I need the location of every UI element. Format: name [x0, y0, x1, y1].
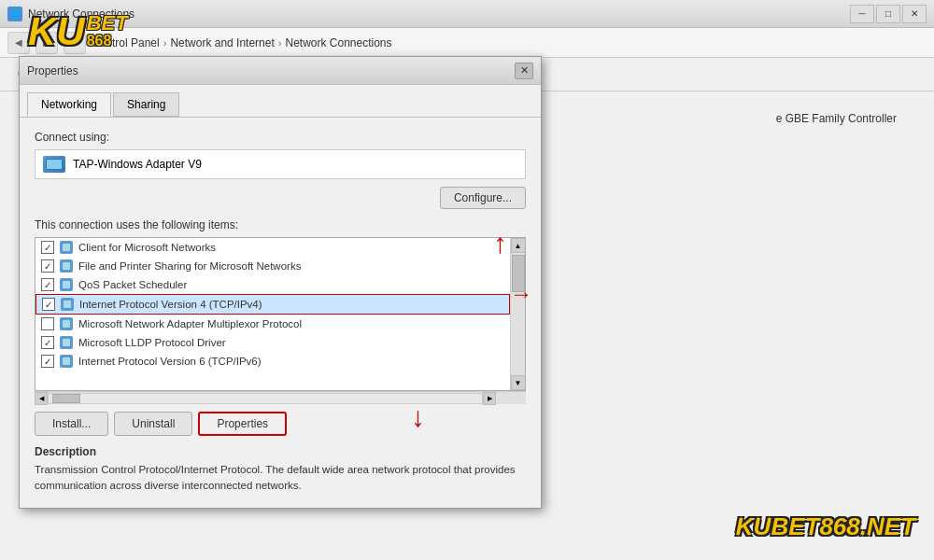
- properties-dialog: Properties ✕ Networking Sharing Connect …: [19, 56, 542, 509]
- checkbox-6[interactable]: [41, 336, 54, 349]
- adapter-name: TAP-Windows Adapter V9: [73, 158, 202, 171]
- bg-window-title: Network Connections: [28, 7, 850, 21]
- bg-adapter-text: e GBE Family Controller: [776, 112, 897, 125]
- checkbox-3[interactable]: [41, 278, 54, 291]
- connect-using-label: Connect using:: [35, 131, 526, 144]
- configure-button[interactable]: Configure...: [440, 187, 526, 209]
- list-item[interactable]: Client for Microsoft Networks: [35, 238, 510, 257]
- bg-titlebar: 🌐 Network Connections ─ □ ✕: [0, 0, 934, 28]
- logo-ku: KU: [28, 9, 85, 54]
- path-part-3[interactable]: Network Connections: [285, 36, 391, 49]
- checkbox-4[interactable]: [42, 298, 55, 311]
- adapter-box: TAP-Windows Adapter V9: [35, 149, 526, 179]
- list-item[interactable]: File and Printer Sharing for Microsoft N…: [35, 257, 510, 275]
- scroll-thumb[interactable]: [512, 255, 525, 292]
- logo-bet: BET: [87, 13, 128, 34]
- address-path: Control Panel › Network and Internet › N…: [92, 36, 927, 49]
- network-icon-1: [60, 241, 73, 254]
- scroll-down-button[interactable]: ▼: [511, 375, 526, 390]
- list-item[interactable]: QoS Packet Scheduler: [35, 275, 510, 294]
- scroll-right-button[interactable]: ▶: [483, 392, 496, 405]
- dialog-tabs: Networking Sharing: [20, 85, 541, 118]
- path-sep-2: ›: [278, 37, 282, 49]
- logo-bottom: KUBET868.NET: [736, 512, 915, 540]
- window-icon: 🌐: [7, 7, 22, 21]
- tab-sharing[interactable]: Sharing: [113, 92, 179, 117]
- watermark-top: KU BET 868: [28, 9, 128, 54]
- minimize-button[interactable]: ─: [850, 5, 874, 23]
- network-icon-3: [60, 278, 73, 291]
- checkbox-1[interactable]: [41, 241, 54, 254]
- uninstall-button[interactable]: Uninstall: [114, 412, 192, 436]
- adapter-icon: [43, 156, 65, 173]
- network-icon-2: [60, 259, 73, 273]
- network-icon-6: [60, 336, 73, 349]
- description-label: Description: [35, 445, 526, 458]
- scroll-up-button[interactable]: ▲: [511, 238, 526, 253]
- items-label: This connection uses the following items…: [35, 218, 526, 231]
- protocol-list-container: Client for Microsoft Networks File and P…: [35, 237, 526, 391]
- network-icon-7: [60, 355, 73, 368]
- list-item-selected[interactable]: Internet Protocol Version 4 (TCP/IPv4): [35, 294, 510, 315]
- network-icon-5: [60, 317, 73, 330]
- horizontal-scrollbar: ◀ ▶: [35, 391, 526, 404]
- dialog-close-button[interactable]: ✕: [515, 63, 533, 79]
- checkbox-7[interactable]: [41, 355, 54, 368]
- dialog-content: Connect using: TAP-Windows Adapter V9 Co…: [20, 118, 541, 508]
- titlebar-controls: ─ □ ✕: [850, 5, 927, 23]
- tab-networking[interactable]: Networking: [27, 92, 111, 117]
- description-text: Transmission Control Protocol/Internet P…: [35, 462, 526, 495]
- close-button[interactable]: ✕: [902, 5, 927, 23]
- dialog-title: Properties: [27, 64, 515, 77]
- network-icon-4: [61, 298, 74, 311]
- list-item[interactable]: Microsoft LLDP Protocol Driver: [35, 333, 510, 352]
- action-buttons: Install... Uninstall Properties: [35, 412, 526, 436]
- list-item[interactable]: Microsoft Network Adapter Multiplexor Pr…: [35, 315, 510, 333]
- list-scrollbar[interactable]: ▲ ▼: [510, 238, 525, 390]
- checkbox-5[interactable]: [41, 317, 54, 330]
- install-button[interactable]: Install...: [35, 412, 108, 436]
- dialog-titlebar: Properties ✕: [20, 57, 541, 85]
- maximize-button[interactable]: □: [876, 5, 900, 23]
- logo-868: 868: [87, 34, 128, 49]
- properties-button[interactable]: Properties: [198, 412, 287, 436]
- path-sep-1: ›: [163, 37, 167, 49]
- scroll-left-button[interactable]: ◀: [35, 392, 48, 405]
- description-section: Description Transmission Control Protoco…: [35, 445, 526, 495]
- protocol-list: Client for Microsoft Networks File and P…: [35, 238, 510, 390]
- list-item[interactable]: Internet Protocol Version 6 (TCP/IPv6): [35, 352, 510, 371]
- path-part-2[interactable]: Network and Internet: [170, 36, 274, 49]
- checkbox-2[interactable]: [41, 259, 54, 273]
- address-bar: ◀ ▶ ▾ Control Panel › Network and Intern…: [0, 28, 934, 58]
- hscroll-thumb: [52, 394, 80, 403]
- watermark-bottom: KUBET868.NET: [736, 512, 915, 541]
- back-button[interactable]: ◀: [7, 32, 30, 54]
